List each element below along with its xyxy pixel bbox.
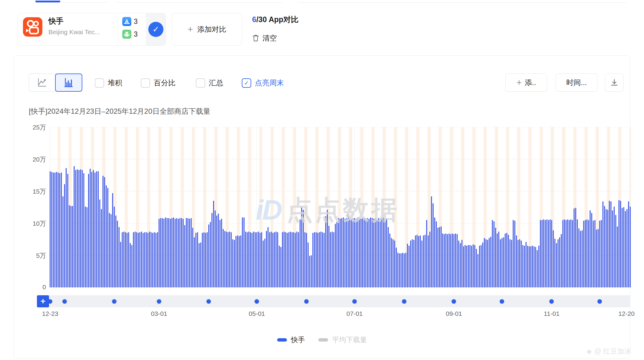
timeline-month-dot	[112, 299, 117, 304]
weekend-label: 点亮周末	[255, 78, 284, 88]
timeline-month-dot	[597, 299, 602, 304]
legend-label-average: 平均下载量	[332, 335, 367, 345]
chart-type-line-button[interactable]	[29, 74, 55, 92]
line-chart-icon	[37, 77, 48, 88]
chart-title: [快手]2024年12月23日–2025年12月20日全部商店下载量	[29, 106, 210, 116]
x-tick-label: 11-01	[544, 310, 560, 317]
x-tick-label: 12-23	[42, 310, 58, 317]
chart-legend: 快手 平均下载量	[14, 335, 630, 345]
time-range-label: 时间...	[566, 78, 587, 87]
legend-swatch-average	[318, 338, 328, 342]
card-divider	[117, 13, 118, 45]
x-axis-labels: 12-2303-0105-0107-0109-0111-0112-20	[14, 310, 644, 320]
appstore-count: 3	[134, 18, 138, 26]
summary-checkbox-icon	[196, 78, 205, 88]
checkbox-weekend[interactable]: ✓ 点亮周末	[242, 78, 284, 88]
legend-label-kuaishou: 快手	[291, 335, 305, 345]
bar-chart-icon	[63, 77, 74, 88]
timeline-month-dot	[304, 299, 309, 304]
weekend-checkbox-icon: ✓	[242, 78, 251, 88]
timeline-month-dot	[157, 299, 161, 304]
chart-type-bar-button[interactable]	[55, 74, 82, 92]
top-divider	[60, 2, 108, 3]
plus-icon: +	[188, 24, 193, 34]
timeline-add-button[interactable]: +	[37, 295, 49, 307]
trash-icon	[252, 34, 259, 42]
add-compare-button[interactable]: + 添加对比	[172, 13, 242, 46]
x-tick-label: 12-20	[618, 310, 635, 317]
clear-label: 清空	[262, 33, 277, 43]
y-tick-label: 0	[42, 283, 46, 291]
appstore-icon	[122, 17, 131, 26]
checkbox-stacked[interactable]: 堆积	[95, 78, 122, 88]
time-range-button[interactable]: 时间...	[556, 74, 597, 92]
add-app-label: 添..	[525, 78, 536, 87]
top-active-tab-indicator[interactable]	[35, 1, 60, 2]
timeline-month-dot	[452, 299, 456, 304]
download-icon	[610, 78, 619, 87]
android-icon	[122, 30, 131, 39]
app-selected-checkbox[interactable]: ✓	[148, 22, 163, 37]
legend-swatch-kuaishou	[277, 338, 287, 342]
stacked-checkbox-icon	[95, 78, 104, 88]
summary-label: 汇总	[209, 78, 223, 88]
compare-count: 6/30 App对比	[252, 15, 298, 25]
timeline-month-dot	[352, 299, 357, 304]
top-divider	[117, 2, 283, 3]
y-tick-label: 15万	[33, 187, 46, 196]
stacked-label: 堆积	[108, 78, 122, 88]
timeline-month-dot	[206, 299, 211, 304]
plot-area[interactable]	[49, 127, 631, 287]
y-tick-label: 20万	[33, 155, 46, 164]
add-app-button[interactable]: + 添..	[505, 74, 547, 92]
compare-count-current: 6	[252, 15, 256, 24]
timeline-month-dot	[500, 299, 504, 304]
app-company: Beijing Kwai Tec...	[48, 28, 100, 36]
top-divider	[298, 2, 626, 3]
download-button[interactable]	[605, 74, 623, 92]
timeline-month-dot	[255, 299, 259, 304]
y-axis-labels: 05万10万15万20万25万	[18, 127, 46, 287]
x-tick-label: 09-01	[446, 310, 462, 317]
timeline-month-dot	[402, 299, 406, 304]
watermark-corner-text: @ 红豆加冰	[594, 347, 631, 356]
x-tick-label: 05-01	[249, 310, 265, 317]
y-tick-label: 10万	[33, 219, 46, 228]
checkbox-summary[interactable]: 汇总	[196, 78, 223, 88]
diamond-icon: ◈	[586, 347, 592, 355]
percent-checkbox-icon	[141, 78, 150, 88]
y-tick-label: 5万	[36, 251, 46, 260]
kuaishou-app-icon	[23, 17, 42, 37]
timeline-month-dot	[62, 299, 67, 304]
legend-item-average[interactable]: 平均下载量	[318, 335, 367, 345]
y-tick-label: 25万	[33, 123, 46, 132]
compare-count-suffix: /30 App对比	[256, 15, 298, 24]
add-compare-label: 添加对比	[197, 25, 226, 34]
checkbox-percent[interactable]: 百分比	[141, 78, 176, 88]
plus-icon: +	[517, 77, 522, 88]
app-name: 快手	[48, 16, 64, 26]
clear-button[interactable]: 清空	[252, 33, 277, 43]
android-count: 3	[134, 30, 138, 38]
x-tick-label: 07-01	[347, 310, 363, 317]
timeline-month-dot	[549, 299, 554, 304]
watermark-corner: ◈ @ 红豆加冰	[586, 347, 631, 356]
timeline-scrollbar[interactable]	[37, 295, 630, 307]
x-tick-label: 03-01	[151, 310, 167, 317]
legend-item-kuaishou[interactable]: 快手	[277, 335, 305, 345]
percent-label: 百分比	[154, 78, 176, 88]
